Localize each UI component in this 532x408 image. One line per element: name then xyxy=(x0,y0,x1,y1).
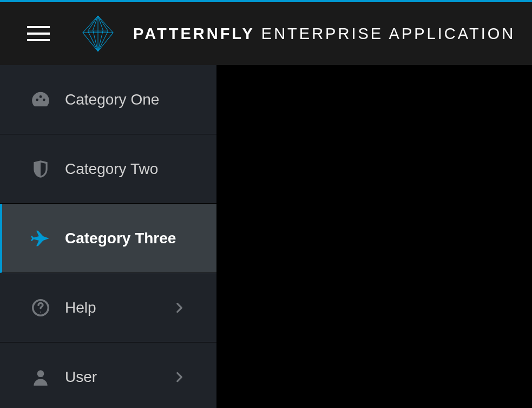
hamburger-line xyxy=(27,26,50,28)
plane-icon xyxy=(30,228,51,249)
sidebar-item-label: Category Two xyxy=(65,160,186,178)
sidebar-item-label: Help xyxy=(65,299,172,316)
masthead: PATTERNFLY ENTERPRISE APPLICATION xyxy=(0,2,532,65)
chevron-right-icon xyxy=(172,370,186,384)
hamburger-line xyxy=(27,33,50,35)
brand[interactable]: PATTERNFLY ENTERPRISE APPLICATION xyxy=(77,12,515,55)
brand-title-light: ENTERPRISE APPLICATION xyxy=(261,25,515,42)
sidebar-item-help[interactable]: Help xyxy=(0,273,216,342)
brand-title-bold: PATTERNFLY xyxy=(133,25,255,42)
patternfly-logo-icon xyxy=(77,12,119,55)
sidebar-item-label: User xyxy=(65,368,172,386)
user-icon xyxy=(30,367,51,387)
chevron-right-icon xyxy=(172,301,186,315)
sidebar-item-label: Category Three xyxy=(65,230,186,247)
dashboard-icon xyxy=(30,89,51,110)
main-content-area xyxy=(216,65,532,408)
help-icon xyxy=(30,297,51,318)
sidebar-item-category-two[interactable]: Category Two xyxy=(0,134,216,204)
sidebar-item-category-three[interactable]: Category Three xyxy=(0,204,216,273)
shield-icon xyxy=(30,159,51,179)
hamburger-line xyxy=(27,39,50,41)
sidebar-item-category-one[interactable]: Category One xyxy=(0,65,216,134)
sidebar-item-label: Category One xyxy=(65,91,186,108)
svg-point-2 xyxy=(37,370,44,377)
svg-point-1 xyxy=(40,311,41,312)
sidebar-item-user[interactable]: User xyxy=(0,342,216,408)
hamburger-menu-button[interactable] xyxy=(27,26,50,41)
brand-title: PATTERNFLY ENTERPRISE APPLICATION xyxy=(133,25,515,43)
content-wrapper: Category One Category Two Category Three xyxy=(0,65,532,408)
sidebar-nav: Category One Category Two Category Three xyxy=(0,65,216,408)
